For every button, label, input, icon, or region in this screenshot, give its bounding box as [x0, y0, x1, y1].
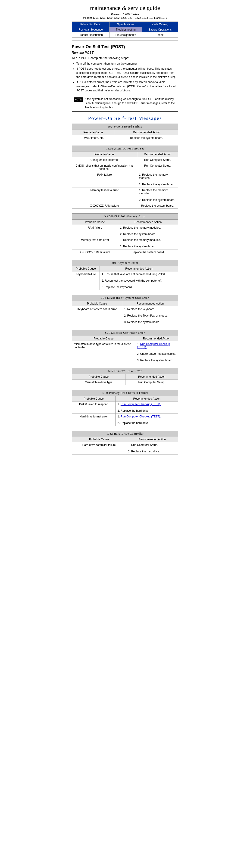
- main-title: maintenance & service guide: [72, 5, 178, 11]
- table-row: Memory test data error: [72, 237, 118, 249]
- table-1780-title: 1780-Primary Hard Drive 0 Failure: [72, 390, 178, 396]
- table-row: XXOOOYZZ Ram failure: [72, 249, 118, 255]
- bullet-item-3: If POST detects errors, the errors are i…: [76, 80, 178, 93]
- table-301-title: 301-Keyboard Error: [72, 260, 178, 266]
- table-605: 605-Diskette Drive Error Probable Cause …: [72, 368, 178, 385]
- table-1782-title: 1782-Hard Drive Controller: [72, 431, 178, 437]
- table-row: 1. Run Computer Checkup (TEST).2. Replac…: [116, 402, 178, 414]
- nav-table: Before You Begin Specifications Parts Ca…: [72, 22, 178, 38]
- table-201: XX000YZZ 201-Memory Error Probable Cause…: [72, 213, 178, 255]
- table-row: Disk 0 failed to respond: [72, 402, 116, 414]
- table-601-title: 601-Diskette Controller Error: [72, 330, 178, 336]
- table-row: 1. Replace the memory modules.2. Replace…: [118, 237, 178, 249]
- table-1782-header-action: Recommended Action: [126, 437, 178, 442]
- table-102: 102-System Board Failure Probable Cause …: [72, 124, 178, 141]
- table-row: RAM failure: [72, 225, 118, 237]
- messages-heading: Power-On Self-Test Messages: [72, 115, 178, 121]
- table-605-header-cause: Probable Cause: [72, 374, 125, 379]
- table-201-header-action: Recommended Action: [118, 220, 178, 225]
- table-row: CMOS reflects that an invalid configurat…: [72, 163, 137, 172]
- table-row: Replace the system board.: [137, 203, 178, 209]
- table-301-header-cause: Probable Cause: [72, 266, 100, 272]
- table-row: Replace the system board.: [115, 135, 178, 141]
- table-row: Replace the system board.: [118, 249, 178, 255]
- series-title: Presario 1200 Series: [72, 12, 178, 16]
- table-row: 1. Run Computer Setup.2. Replace the har…: [126, 442, 178, 455]
- table-row: 1. Replace the memory modules.2. Replace…: [137, 172, 178, 187]
- note-text: If the system is not functioning well en…: [85, 97, 176, 110]
- table-row: 1. Ensure that keys are not depressed du…: [100, 272, 178, 290]
- table-601-header-action: Recommended Action: [135, 336, 178, 341]
- table-row: Configuration incorrect: [72, 157, 137, 163]
- nav-troubleshooting[interactable]: Troubleshooting: [110, 27, 142, 32]
- table-row: Hard drive controller failure: [72, 442, 126, 455]
- table-row: Hard drive format error: [72, 414, 116, 426]
- table-row: RAM failure: [72, 172, 137, 187]
- table-1780: 1780-Primary Hard Drive 0 Failure Probab…: [72, 390, 178, 426]
- table-row: XX000YZZ RAM failure: [72, 203, 137, 209]
- bullet-item-1: Turn off the computer; then, turn on the…: [76, 62, 178, 66]
- table-row: Keyboard failure: [72, 272, 100, 290]
- table-row: Keyboard or system board error: [72, 306, 122, 325]
- table-row: 1. Run Computer Checkup (TEST).2. Replac…: [116, 414, 178, 426]
- table-605-header-action: Recommended Action: [125, 374, 178, 379]
- run-checkup-link-601[interactable]: Run Computer Checkup (TEST).: [137, 342, 170, 349]
- note-label: NOTE:: [74, 97, 83, 102]
- table-row: 1. Replace the memory modules.2. Replace…: [118, 225, 178, 237]
- table-162-title: 162-System Options Not Set: [72, 146, 178, 152]
- table-1780-header-action: Recommended Action: [116, 396, 178, 402]
- table-301-header-action: Recommended Action: [100, 266, 178, 272]
- note-box: NOTE: If the system is not functioning w…: [72, 95, 178, 112]
- table-201-title: XX000YZZ 201-Memory Error: [72, 214, 178, 220]
- table-1782: 1782-Hard Drive Controller Probable Caus…: [72, 431, 178, 455]
- table-row: 1. Run Computer Checkup (TEST).2. Check …: [135, 341, 178, 363]
- table-601: 601-Diskette Controller Error Probable C…: [72, 330, 178, 363]
- table-row: Mismatch in drive type or failure in the…: [72, 341, 135, 363]
- nav-battery-operations[interactable]: Battery Operations: [142, 27, 178, 32]
- table-304-title: 304-Keyboard or System Unit Error: [72, 295, 178, 301]
- table-304-header-action: Recommended Action: [122, 301, 178, 306]
- bullet-item-2: If POST does not detect any errors, the …: [76, 67, 178, 79]
- running-post-subheading: Running POST: [72, 51, 178, 54]
- nav-specifications[interactable]: Specifications: [110, 22, 142, 27]
- table-162-header-action: Recommended Action: [137, 152, 178, 157]
- table-row: 1. Replace the keyboard.2. Replace the T…: [122, 306, 178, 325]
- table-162-header-cause: Probable Cause: [72, 152, 137, 157]
- table-102-header-action: Recommended Action: [115, 130, 178, 135]
- table-301: 301-Keyboard Error Probable Cause Recomm…: [72, 260, 178, 290]
- run-checkup-link-1780b[interactable]: Run Computer Checkup (TEST).: [121, 415, 161, 418]
- section-divider: [72, 40, 178, 41]
- nav-pin-assignments[interactable]: Pin Assignments: [110, 32, 142, 38]
- table-1780-header-cause: Probable Cause: [72, 396, 116, 402]
- post-heading: Power-On Self Test (POST): [72, 44, 178, 49]
- table-row: 1. Replace the memory modules.2. Replace…: [137, 187, 178, 203]
- table-304-header-cause: Probable Cause: [72, 301, 122, 306]
- table-row: DMA, timers, etc.: [72, 135, 115, 141]
- table-row: Run Computer Setup.: [137, 163, 178, 172]
- table-row: Memory test data error: [72, 187, 137, 203]
- bullet-list: Turn off the computer; then, turn on the…: [76, 62, 178, 93]
- table-201-header-cause: Probable Cause: [72, 220, 118, 225]
- intro-text: To run POST, complete the following step…: [72, 56, 178, 60]
- table-1782-header-cause: Probable Cause: [72, 437, 126, 442]
- nav-index[interactable]: Index: [142, 32, 178, 38]
- table-162: 162-System Options Not Set Probable Caus…: [72, 146, 178, 209]
- table-102-header-cause: Probable Cause: [72, 130, 115, 135]
- nav-product-description[interactable]: Product Description: [72, 32, 110, 38]
- table-304: 304-Keyboard or System Unit Error Probab…: [72, 295, 178, 325]
- table-605-title: 605-Diskette Drive Error: [72, 368, 178, 374]
- nav-before-you-begin[interactable]: Before You Begin: [72, 22, 110, 27]
- table-601-header-cause: Probable Cause: [72, 336, 135, 341]
- run-checkup-link-1780a[interactable]: Run Computer Checkup (TEST).: [121, 403, 161, 406]
- table-102-title: 102-System Board Failure: [72, 124, 178, 130]
- models-text: Models: 1255, 1256, 1260, 1262, 1266, 12…: [72, 17, 178, 19]
- table-row: Run Computer Setup.: [125, 379, 178, 385]
- nav-parts-catalog[interactable]: Parts Catalog: [142, 22, 178, 27]
- nav-removal-sequence[interactable]: Removal Sequence: [72, 27, 110, 32]
- table-row: Mismatch in drive type: [72, 379, 125, 385]
- table-row: Run Computer Setup.: [137, 157, 178, 163]
